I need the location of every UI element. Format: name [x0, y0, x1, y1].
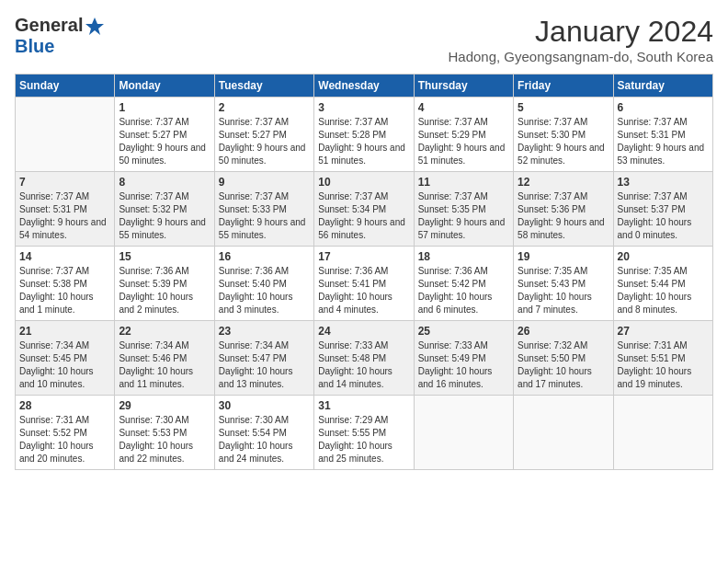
day-number: 30 [219, 399, 310, 412]
day-number: 22 [119, 325, 210, 338]
cell-details: Sunrise: 7:35 AMSunset: 5:43 PMDaylight:… [518, 265, 609, 316]
calendar-cell [414, 396, 513, 470]
calendar-header-row: SundayMondayTuesdayWednesdayThursdayFrid… [16, 75, 713, 98]
calendar-cell: 31Sunrise: 7:29 AMSunset: 5:55 PMDayligh… [314, 396, 414, 470]
cell-details: Sunrise: 7:37 AMSunset: 5:35 PMDaylight:… [418, 190, 509, 242]
day-number: 16 [219, 250, 310, 263]
calendar-cell: 3Sunrise: 7:37 AMSunset: 5:28 PMDaylight… [314, 98, 414, 172]
cell-details: Sunrise: 7:35 AMSunset: 5:44 PMDaylight:… [618, 265, 709, 316]
cell-details: Sunrise: 7:29 AMSunset: 5:55 PMDaylight:… [318, 414, 409, 465]
day-number: 26 [518, 325, 609, 338]
calendar-cell: 23Sunrise: 7:34 AMSunset: 5:47 PMDayligh… [214, 321, 313, 396]
calendar-cell: 24Sunrise: 7:33 AMSunset: 5:48 PMDayligh… [314, 321, 414, 396]
day-number: 1 [119, 101, 210, 114]
calendar-cell: 10Sunrise: 7:37 AMSunset: 5:34 PMDayligh… [314, 172, 414, 247]
calendar-cell [613, 396, 712, 470]
cell-details: Sunrise: 7:31 AMSunset: 5:52 PMDaylight:… [19, 414, 110, 465]
calendar-cell: 21Sunrise: 7:34 AMSunset: 5:45 PMDayligh… [16, 321, 115, 396]
cell-details: Sunrise: 7:37 AMSunset: 5:33 PMDaylight:… [219, 190, 310, 242]
calendar-cell: 19Sunrise: 7:35 AMSunset: 5:43 PMDayligh… [514, 247, 613, 321]
calendar-cell: 11Sunrise: 7:37 AMSunset: 5:35 PMDayligh… [414, 172, 513, 247]
calendar-cell: 12Sunrise: 7:37 AMSunset: 5:36 PMDayligh… [514, 172, 613, 247]
cell-details: Sunrise: 7:36 AMSunset: 5:42 PMDaylight:… [418, 265, 509, 316]
day-number: 3 [318, 101, 409, 114]
calendar-cell: 26Sunrise: 7:32 AMSunset: 5:50 PMDayligh… [514, 321, 613, 396]
calendar-cell: 1Sunrise: 7:37 AMSunset: 5:27 PMDaylight… [115, 98, 214, 172]
calendar-cell: 14Sunrise: 7:37 AMSunset: 5:38 PMDayligh… [16, 247, 115, 321]
calendar-week-row: 14Sunrise: 7:37 AMSunset: 5:38 PMDayligh… [16, 247, 713, 321]
cell-details: Sunrise: 7:36 AMSunset: 5:41 PMDaylight:… [318, 265, 409, 316]
day-number: 21 [19, 325, 110, 338]
day-number: 14 [19, 250, 110, 263]
cell-details: Sunrise: 7:37 AMSunset: 5:27 PMDaylight:… [219, 116, 310, 167]
cell-details: Sunrise: 7:37 AMSunset: 5:37 PMDaylight:… [618, 190, 709, 242]
calendar-cell: 13Sunrise: 7:37 AMSunset: 5:37 PMDayligh… [613, 172, 712, 247]
calendar-cell: 29Sunrise: 7:30 AMSunset: 5:53 PMDayligh… [115, 396, 214, 470]
day-number: 4 [418, 101, 509, 114]
calendar-cell: 7Sunrise: 7:37 AMSunset: 5:31 PMDaylight… [16, 172, 115, 247]
day-number: 2 [219, 101, 310, 114]
day-number: 18 [418, 250, 509, 263]
cell-details: Sunrise: 7:34 AMSunset: 5:45 PMDaylight:… [19, 339, 110, 391]
day-number: 15 [119, 250, 210, 263]
logo-blue-text: Blue [15, 36, 54, 56]
cell-details: Sunrise: 7:36 AMSunset: 5:40 PMDaylight:… [219, 265, 310, 316]
calendar-cell: 15Sunrise: 7:36 AMSunset: 5:39 PMDayligh… [115, 247, 214, 321]
day-header-friday: Friday [514, 75, 613, 98]
logo-general-text: General [15, 15, 83, 36]
cell-details: Sunrise: 7:37 AMSunset: 5:27 PMDaylight:… [119, 116, 210, 167]
month-title: January 2024 [448, 15, 713, 49]
logo-flag-icon [85, 17, 105, 35]
day-number: 24 [318, 325, 409, 338]
cell-details: Sunrise: 7:34 AMSunset: 5:47 PMDaylight:… [219, 339, 310, 391]
title-block: January 2024 Hadong, Gyeongsangnam-do, S… [448, 15, 713, 64]
calendar-cell: 28Sunrise: 7:31 AMSunset: 5:52 PMDayligh… [16, 396, 115, 470]
day-header-sunday: Sunday [16, 75, 115, 98]
day-header-saturday: Saturday [613, 75, 712, 98]
calendar-cell [16, 98, 115, 172]
calendar-cell: 18Sunrise: 7:36 AMSunset: 5:42 PMDayligh… [414, 247, 513, 321]
cell-details: Sunrise: 7:33 AMSunset: 5:49 PMDaylight:… [418, 339, 509, 391]
calendar-week-row: 28Sunrise: 7:31 AMSunset: 5:52 PMDayligh… [16, 396, 713, 470]
calendar-cell: 30Sunrise: 7:30 AMSunset: 5:54 PMDayligh… [214, 396, 313, 470]
calendar-cell: 9Sunrise: 7:37 AMSunset: 5:33 PMDaylight… [214, 172, 313, 247]
cell-details: Sunrise: 7:37 AMSunset: 5:38 PMDaylight:… [19, 265, 110, 316]
day-number: 6 [618, 101, 709, 114]
calendar-cell: 17Sunrise: 7:36 AMSunset: 5:41 PMDayligh… [314, 247, 414, 321]
calendar-cell [514, 396, 613, 470]
day-number: 29 [119, 399, 210, 412]
day-number: 11 [418, 176, 509, 189]
cell-details: Sunrise: 7:37 AMSunset: 5:29 PMDaylight:… [418, 116, 509, 167]
cell-details: Sunrise: 7:30 AMSunset: 5:54 PMDaylight:… [219, 414, 310, 465]
day-number: 20 [618, 250, 709, 263]
day-number: 10 [318, 176, 409, 189]
calendar-cell: 5Sunrise: 7:37 AMSunset: 5:30 PMDaylight… [514, 98, 613, 172]
svg-marker-0 [85, 17, 104, 35]
day-number: 19 [518, 250, 609, 263]
calendar-table: SundayMondayTuesdayWednesdayThursdayFrid… [15, 74, 713, 470]
cell-details: Sunrise: 7:33 AMSunset: 5:48 PMDaylight:… [318, 339, 409, 391]
cell-details: Sunrise: 7:37 AMSunset: 5:32 PMDaylight:… [119, 190, 210, 242]
day-number: 5 [518, 101, 609, 114]
calendar-week-row: 21Sunrise: 7:34 AMSunset: 5:45 PMDayligh… [16, 321, 713, 396]
day-number: 7 [19, 176, 110, 189]
cell-details: Sunrise: 7:31 AMSunset: 5:51 PMDaylight:… [618, 339, 709, 391]
logo: General Blue [15, 15, 105, 57]
day-number: 17 [318, 250, 409, 263]
calendar-cell: 4Sunrise: 7:37 AMSunset: 5:29 PMDaylight… [414, 98, 513, 172]
day-number: 13 [618, 176, 709, 189]
day-number: 9 [219, 176, 310, 189]
page-header: General Blue January 2024 Hadong, Gyeong… [15, 15, 713, 64]
day-header-thursday: Thursday [414, 75, 513, 98]
cell-details: Sunrise: 7:37 AMSunset: 5:31 PMDaylight:… [618, 116, 709, 167]
day-number: 31 [318, 399, 409, 412]
calendar-cell: 25Sunrise: 7:33 AMSunset: 5:49 PMDayligh… [414, 321, 513, 396]
cell-details: Sunrise: 7:37 AMSunset: 5:28 PMDaylight:… [318, 116, 409, 167]
day-number: 27 [618, 325, 709, 338]
cell-details: Sunrise: 7:34 AMSunset: 5:46 PMDaylight:… [119, 339, 210, 391]
calendar-cell: 20Sunrise: 7:35 AMSunset: 5:44 PMDayligh… [613, 247, 712, 321]
day-header-wednesday: Wednesday [314, 75, 414, 98]
day-number: 8 [119, 176, 210, 189]
day-number: 28 [19, 399, 110, 412]
cell-details: Sunrise: 7:36 AMSunset: 5:39 PMDaylight:… [119, 265, 210, 316]
